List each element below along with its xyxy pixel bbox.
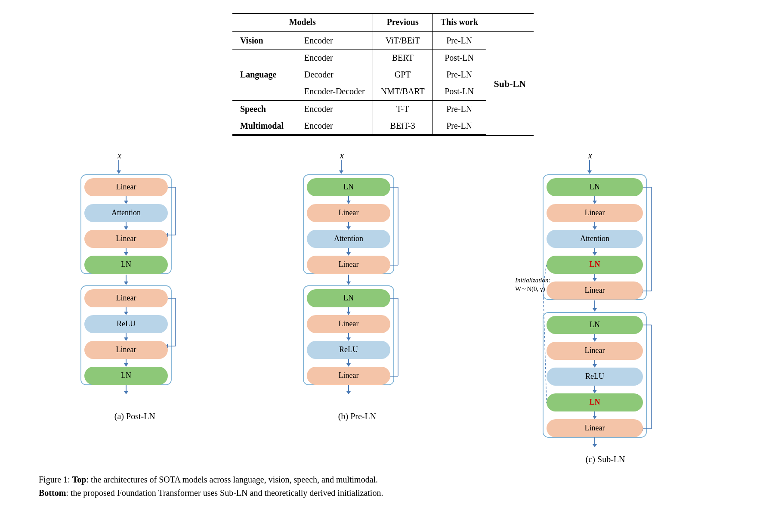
prev-multimodal: Pre-LN <box>432 118 486 135</box>
svg-marker-90 <box>593 278 597 281</box>
svg-marker-1 <box>117 170 121 174</box>
prev-postln: Post-LN <box>432 49 486 67</box>
svg-marker-5 <box>124 201 128 204</box>
models-multimodal: Encoder <box>297 118 373 135</box>
post-ln-ln2: LN <box>121 371 131 380</box>
pre-ln-svg: x LN Linear Attention <box>290 149 424 407</box>
post-ln-relu: ReLU <box>117 319 136 328</box>
svg-marker-95 <box>593 308 597 312</box>
models-language-encdec: Encoder-Decoder <box>297 83 373 100</box>
sub-ln-init-formula: W∼N(0, γ) <box>515 285 545 293</box>
arch-nmt: NMT/BART <box>373 83 432 100</box>
svg-marker-115 <box>593 444 597 447</box>
models-table: Models Previous This work Vision Encoder… <box>232 13 534 136</box>
col-header-models: Models <box>232 13 373 32</box>
svg-marker-29 <box>124 337 128 341</box>
pre-ln-ln2: LN <box>343 294 354 302</box>
pre-ln-linear2: Linear <box>339 260 359 269</box>
figure-top-text: : the architectures of SOTA models acros… <box>86 475 378 484</box>
sub-ln-attention: Attention <box>580 234 609 243</box>
pre-ln-x-label: x <box>340 151 344 160</box>
pre-ln-linear4: Linear <box>339 371 359 380</box>
svg-marker-41 <box>346 201 351 204</box>
table-bottom-border <box>232 135 534 136</box>
category-language: Language <box>232 49 297 101</box>
pre-ln-ln1: LN <box>343 182 354 191</box>
models-header-text: Models <box>289 17 316 27</box>
arch-bert: BERT <box>373 49 432 67</box>
svg-marker-112 <box>593 416 597 419</box>
subln-text: Sub-LN <box>494 78 526 89</box>
diagrams-section: x Linear Attention Linea <box>26 149 740 464</box>
category-speech: Speech <box>232 100 297 118</box>
post-ln-ln1: LN <box>121 260 131 269</box>
sub-ln-x-label: x <box>588 151 592 160</box>
arch-tt: T-T <box>373 100 432 118</box>
svg-marker-22 <box>124 312 128 315</box>
svg-marker-32 <box>124 363 128 367</box>
sub-ln-linear2: Linear <box>584 286 605 294</box>
svg-marker-77 <box>593 201 597 204</box>
sub-ln-linear3: Linear <box>584 346 605 355</box>
sub-ln-ln-red2: LN <box>589 398 600 406</box>
sub-ln-linear4: Linear <box>584 424 605 432</box>
pre-ln-label: (b) Pre-LN <box>338 411 376 421</box>
sub-ln-linear1: Linear <box>584 208 605 217</box>
pre-ln-relu: ReLU <box>339 345 358 354</box>
svg-marker-106 <box>593 364 597 368</box>
svg-marker-109 <box>593 390 597 393</box>
svg-marker-54 <box>346 281 351 285</box>
svg-marker-48 <box>346 226 351 230</box>
col-header-previous: Previous <box>373 13 432 32</box>
prev-vision: Pre-LN <box>432 32 486 49</box>
post-ln-label: (a) Post-LN <box>114 411 155 421</box>
post-ln-linear1: Linear <box>116 182 136 191</box>
figure-bottom-text: : the proposed Foundation Transformer us… <box>66 488 383 498</box>
table-row-vision: Vision Encoder ViT/BEiT Pre-LN Sub-LN <box>232 32 534 49</box>
svg-marker-15 <box>124 252 128 256</box>
arch-gpt: GPT <box>373 66 432 83</box>
figure-num: Figure 1: <box>39 475 70 484</box>
svg-marker-68 <box>346 363 351 367</box>
models-language-encoder: Encoder <box>297 49 373 67</box>
post-ln-linear2: Linear <box>116 234 136 243</box>
post-ln-svg: x Linear Attention Linea <box>68 149 201 407</box>
arch-beit3: BEiT-3 <box>373 118 432 135</box>
svg-marker-71 <box>346 391 351 394</box>
previous-header-text: Previous <box>387 17 419 27</box>
sub-ln-ln-red1: LN <box>589 260 600 269</box>
figure-bottom-label: Bottom <box>39 488 66 498</box>
pre-ln-linear1: Linear <box>339 208 359 217</box>
pre-ln-diagram: x LN Linear Attention <box>290 149 424 421</box>
pre-ln-attention: Attention <box>334 234 363 243</box>
sub-ln-diagram: x LN Linear Attention <box>513 149 698 464</box>
post-ln-linear4: Linear <box>116 345 136 354</box>
category-vision: Vision <box>232 32 297 49</box>
svg-marker-51 <box>346 252 351 256</box>
svg-marker-73 <box>587 170 592 174</box>
this-work-subln: Sub-LN <box>486 32 534 136</box>
prev-preln-lang: Pre-LN <box>432 66 486 83</box>
sub-ln-ln1: LN <box>590 182 600 191</box>
post-ln-x-label: x <box>117 151 121 160</box>
svg-marker-18 <box>124 281 128 285</box>
figure-caption: Figure 1: Top: the architectures of SOTA… <box>39 473 727 500</box>
category-multimodal: Multimodal <box>232 118 297 135</box>
svg-marker-99 <box>593 338 597 342</box>
prev-postln2: Post-LN <box>432 83 486 100</box>
thiswork-header-text: This work <box>441 17 478 27</box>
post-ln-linear3: Linear <box>116 294 136 302</box>
figure-top-label: Top <box>72 475 86 484</box>
sub-ln-svg: x LN Linear Attention <box>513 149 698 450</box>
col-header-thiswork: This work <box>432 13 486 32</box>
table-section: Models Previous This work Vision Encoder… <box>26 13 740 136</box>
sub-ln-init-label: Initialization: <box>515 277 551 284</box>
sub-ln-ln3: LN <box>590 320 600 329</box>
svg-marker-35 <box>124 391 128 394</box>
arch-vision: ViT/BEiT <box>373 32 432 49</box>
svg-marker-12 <box>124 226 128 230</box>
pre-ln-linear3: Linear <box>339 319 359 328</box>
svg-marker-65 <box>346 337 351 341</box>
svg-marker-37 <box>339 170 343 174</box>
models-speech: Encoder <box>297 100 373 118</box>
